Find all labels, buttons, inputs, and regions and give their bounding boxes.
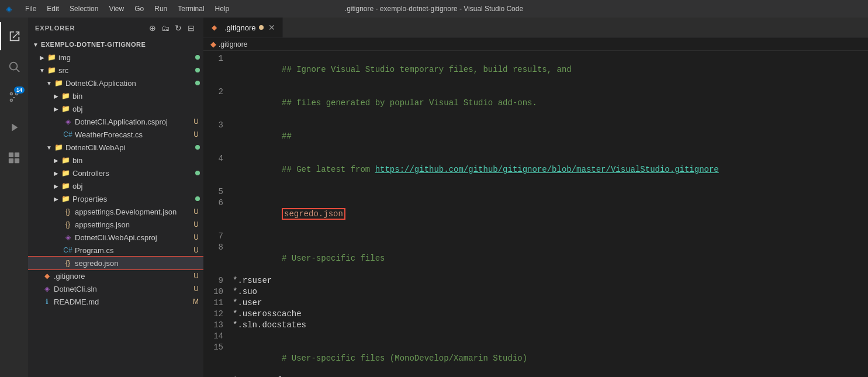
collapse-btn[interactable]: ⊟ bbox=[186, 23, 196, 33]
tree-item-csproj2[interactable]: ◈ DotnetCli.WebApi.csproj U bbox=[28, 231, 203, 244]
code-line-8: 8 # User-specific files bbox=[203, 242, 868, 275]
menu-edit[interactable]: Edit bbox=[42, 3, 64, 15]
chevron-bin1: ▶ bbox=[51, 93, 61, 99]
code-line-6: 6 segredo.json bbox=[203, 198, 868, 231]
run-activity-icon[interactable] bbox=[0, 113, 28, 141]
source-control-activity-icon[interactable]: 14 bbox=[0, 83, 28, 111]
sidebar: EXPLORER ⊕ 🗂 ↻ ⊟ ▼ EXEMPLO-DOTNET-GITIGN… bbox=[28, 18, 203, 377]
chevron-bin2: ▶ bbox=[51, 157, 61, 164]
line-num-8: 8 bbox=[203, 242, 233, 275]
tree-item-webapi[interactable]: ▼ 📁 DotnetCli.WebApi bbox=[28, 141, 203, 154]
sidebar-title: EXPLORER bbox=[35, 25, 75, 32]
menu-help[interactable]: Help bbox=[210, 3, 234, 15]
chevron-obj2: ▶ bbox=[51, 183, 61, 189]
tree-item-bin1[interactable]: ▶ 📁 bin bbox=[28, 89, 203, 102]
code-editor[interactable]: 1 ## Ignore Visual Studio temporary file… bbox=[203, 51, 868, 377]
code-line-11: 11 *.user bbox=[203, 298, 868, 309]
modified-dot-img bbox=[195, 55, 200, 60]
new-file-btn[interactable]: ⊕ bbox=[147, 23, 158, 33]
line-content-5 bbox=[233, 186, 868, 198]
project-root[interactable]: ▼ EXEMPLO-DOTNET-GITIGNORE bbox=[28, 38, 203, 51]
badge-appsettings: U bbox=[193, 220, 199, 229]
file-icon-csproj2: ◈ bbox=[63, 233, 72, 242]
modified-dot-properties bbox=[195, 196, 200, 201]
tree-item-gitignore[interactable]: ◆ .gitignore U bbox=[28, 269, 203, 282]
line-num-10: 10 bbox=[203, 286, 233, 298]
refresh-btn[interactable]: ↻ bbox=[173, 23, 184, 33]
menu-selection[interactable]: Selection bbox=[65, 3, 103, 15]
code-line-1: 1 ## Ignore Visual Studio temporary file… bbox=[203, 53, 868, 87]
badge-sln: U bbox=[193, 285, 199, 293]
tree-item-sln[interactable]: ◈ DotnetCli.sln U bbox=[28, 282, 203, 295]
tree-label-bin2: bin bbox=[72, 156, 203, 165]
tree-label-program: Program.cs bbox=[75, 246, 193, 255]
tree-item-appsettings[interactable]: {} appsettings.json U bbox=[28, 218, 203, 231]
tree-item-app[interactable]: ▼ 📁 DotnetCli.Application bbox=[28, 77, 203, 89]
svg-rect-4 bbox=[9, 158, 13, 163]
tree-item-obj2[interactable]: ▶ 📁 obj bbox=[28, 179, 203, 192]
tree-label-img: img bbox=[58, 53, 195, 62]
new-folder-btn[interactable]: 🗂 bbox=[160, 23, 171, 33]
folder-icon-controllers: 📁 bbox=[61, 168, 70, 178]
project-name: EXEMPLO-DOTNET-GITIGNORE bbox=[41, 41, 146, 48]
tree-item-obj1[interactable]: ▶ 📁 obj bbox=[28, 102, 203, 115]
badge-csproj2: U bbox=[193, 233, 199, 241]
tree-label-app: DotnetCli.Application bbox=[65, 79, 195, 88]
folder-icon-src: 📁 bbox=[47, 65, 56, 75]
code-line-10: 10 *.suo bbox=[203, 286, 868, 298]
window-title: .gitignore - exemplo-dotnet-gitignore - … bbox=[345, 5, 523, 13]
tree-label-src: src bbox=[58, 66, 195, 75]
line-num-6: 6 bbox=[203, 198, 233, 231]
tree-item-program[interactable]: C# Program.cs U bbox=[28, 244, 203, 257]
modified-dot-app bbox=[195, 81, 200, 85]
file-icon-segredo: {} bbox=[63, 258, 72, 268]
folder-icon-img: 📁 bbox=[47, 53, 56, 62]
code-line-5: 5 bbox=[203, 186, 868, 198]
explorer-content: ▼ EXEMPLO-DOTNET-GITIGNORE ▶ 📁 img ▼ 📁 s… bbox=[28, 38, 203, 377]
line-content-10: *.suo bbox=[233, 286, 868, 298]
line-num-11: 11 bbox=[203, 298, 233, 309]
tree-label-sln: DotnetCli.sln bbox=[54, 285, 193, 293]
explorer-activity-icon[interactable] bbox=[0, 22, 28, 50]
tree-item-segredo[interactable]: {} segredo.json bbox=[28, 257, 203, 269]
tab-close-gitignore[interactable]: ✕ bbox=[267, 23, 276, 32]
menu-go[interactable]: Go bbox=[130, 3, 148, 15]
tree-label-weatherforecast: WeatherForecast.cs bbox=[75, 130, 193, 139]
tree-item-bin2[interactable]: ▶ 📁 bin bbox=[28, 154, 203, 167]
search-activity-icon[interactable] bbox=[0, 53, 28, 81]
tree-label-obj1: obj bbox=[72, 105, 203, 113]
tree-item-src[interactable]: ▼ 📁 src bbox=[28, 64, 203, 77]
line-content-15: # User-specific files (MonoDevelop/Xamar… bbox=[233, 342, 868, 375]
tree-label-gitignore: .gitignore bbox=[54, 272, 193, 281]
menu-run[interactable]: Run bbox=[150, 3, 172, 15]
code-line-2: 2 ## files generated by popular Visual S… bbox=[203, 87, 868, 120]
tree-item-readme[interactable]: ℹ README.md M bbox=[28, 295, 203, 308]
file-icon-appsettings-dev: {} bbox=[63, 207, 72, 216]
line-num-7: 7 bbox=[203, 231, 233, 242]
tree-item-csproj1[interactable]: ◈ DotnetCli.Application.csproj U bbox=[28, 115, 203, 128]
menu-view[interactable]: View bbox=[104, 3, 129, 15]
extensions-activity-icon[interactable] bbox=[0, 144, 28, 172]
tree-item-controllers[interactable]: ▶ 📁 Controllers bbox=[28, 167, 203, 179]
line-content-12: *.userosscache bbox=[233, 309, 868, 320]
tree-item-appsettings-dev[interactable]: {} appsettings.Development.json U bbox=[28, 205, 203, 218]
menu-terminal[interactable]: Terminal bbox=[173, 3, 209, 15]
title-bar: ◈ File Edit Selection View Go Run Termin… bbox=[0, 0, 868, 18]
tree-item-weatherforecast[interactable]: C# WeatherForecast.cs U bbox=[28, 128, 203, 141]
svg-point-0 bbox=[10, 63, 18, 70]
tab-gitignore[interactable]: ◆ .gitignore ✕ bbox=[203, 18, 283, 37]
line-num-9: 9 bbox=[203, 275, 233, 286]
modified-dot-src bbox=[195, 68, 200, 72]
tree-item-properties[interactable]: ▶ 📁 Properties bbox=[28, 192, 203, 205]
badge-csproj1: U bbox=[193, 117, 199, 126]
tree-label-bin1: bin bbox=[72, 92, 203, 101]
line-content-11: *.user bbox=[233, 298, 868, 309]
chevron-app: ▼ bbox=[44, 80, 54, 87]
tree-item-img[interactable]: ▶ 📁 img bbox=[28, 51, 203, 64]
menu-file[interactable]: File bbox=[20, 3, 41, 15]
tab-icon-gitignore: ◆ bbox=[209, 23, 219, 32]
chevron-obj1: ▶ bbox=[51, 106, 61, 112]
badge-weatherforecast: U bbox=[193, 130, 199, 139]
line-num-14: 14 bbox=[203, 331, 233, 342]
svg-rect-5 bbox=[15, 158, 19, 163]
